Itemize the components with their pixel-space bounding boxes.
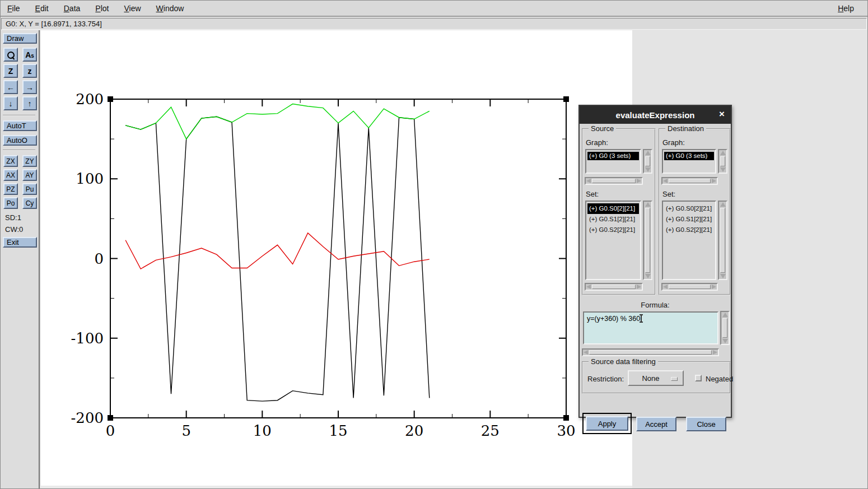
scroll-thumb[interactable]: [669, 285, 711, 289]
po-button[interactable]: Po: [3, 197, 18, 209]
x-tick-label: 0: [106, 422, 115, 439]
source-graph-item-0[interactable]: (+) G0 (3 sets): [587, 152, 639, 160]
evaluate-expression-dialog: evaluateExpression × Source Graph: (+) G…: [578, 105, 732, 418]
scroll-up-icon[interactable]: [720, 151, 726, 155]
scroll-thumb[interactable]: [645, 156, 650, 166]
draw-button[interactable]: Draw: [3, 33, 37, 44]
scroll-left-icon[interactable]: [586, 179, 591, 183]
scroll-down-icon[interactable]: [722, 339, 728, 343]
destination-set-item-1[interactable]: (+) G0.S1[2][21]: [664, 214, 714, 225]
autoscale-text-icon: A: [25, 50, 31, 59]
scroll-down-icon[interactable]: [720, 167, 726, 172]
scroll-left-icon[interactable]: [586, 285, 591, 289]
scroll-left-icon[interactable]: [663, 285, 668, 289]
menu-file[interactable]: File: [7, 4, 20, 13]
y-tick-label: -200: [71, 409, 104, 426]
exit-button[interactable]: Exit: [3, 237, 37, 248]
plot-canvas[interactable]: 051015202530-200-1000100200: [41, 30, 632, 486]
scroll-right-icon[interactable]: [637, 179, 641, 183]
zoom-select-button[interactable]: [3, 48, 18, 62]
source-set-item-0[interactable]: (+) G0.S0[2][21]: [587, 203, 639, 214]
menu-edit[interactable]: Edit: [35, 4, 49, 13]
destination-set-hscrollbar[interactable]: [661, 283, 718, 291]
source-graph-hscrollbar[interactable]: [585, 177, 643, 185]
scroll-right-icon[interactable]: [712, 179, 716, 183]
destination-set-item-2[interactable]: (+) G0.S2[2][21]: [664, 225, 714, 235]
scroll-thumb[interactable]: [592, 179, 636, 183]
negated-checkbox[interactable]: [695, 375, 702, 381]
menu-help[interactable]: Help: [838, 4, 854, 13]
source-graph-vscrollbar[interactable]: [643, 149, 652, 174]
dialog-title-bar[interactable]: evaluateExpression ×: [580, 106, 731, 124]
scroll-left-icon[interactable]: [663, 179, 668, 183]
scroll-up-icon[interactable]: [722, 313, 728, 317]
menu-plot[interactable]: Plot: [95, 4, 109, 13]
toolbar-separator-2: [3, 150, 35, 151]
autoscale-text-button[interactable]: As: [22, 48, 37, 62]
close-icon[interactable]: ×: [719, 109, 725, 120]
source-set-item-1[interactable]: (+) G0.S1[2][21]: [587, 214, 639, 225]
zoom-out-button[interactable]: z: [22, 64, 37, 78]
cy-button[interactable]: Cy: [22, 197, 37, 209]
destination-set-item-0[interactable]: (+) G0.S0[2][21]: [664, 203, 714, 214]
menu-window[interactable]: Window: [156, 4, 184, 13]
scroll-thumb[interactable]: [720, 156, 725, 166]
destination-graph-hscrollbar[interactable]: [661, 177, 718, 185]
scroll-thumb[interactable]: [722, 318, 727, 338]
menu-data[interactable]: Data: [64, 4, 81, 13]
scroll-thumb[interactable]: [592, 285, 636, 289]
pz-button[interactable]: PZ: [3, 183, 18, 195]
source-set-item-2[interactable]: (+) G0.S2[2][21]: [587, 225, 639, 235]
pan-down-button[interactable]: ↓: [3, 96, 18, 110]
apply-button[interactable]: Apply: [586, 416, 628, 431]
scroll-down-icon[interactable]: [645, 274, 651, 278]
restriction-dropdown[interactable]: None: [628, 370, 684, 386]
close-button[interactable]: Close: [686, 417, 726, 431]
application-window: FileEditDataPlotViewWindow Help G0: X, Y…: [0, 0, 868, 489]
pan-right-button[interactable]: →: [22, 80, 37, 94]
autot-button[interactable]: AutoT: [3, 120, 37, 131]
scroll-thumb[interactable]: [720, 208, 725, 273]
scroll-up-icon[interactable]: [720, 202, 726, 207]
scroll-up-icon[interactable]: [645, 202, 651, 207]
scroll-thumb[interactable]: [589, 350, 712, 355]
formula-vscrollbar[interactable]: [720, 311, 730, 345]
scroll-right-icon[interactable]: [713, 350, 717, 355]
magnifier-icon: [7, 52, 14, 58]
destination-graph-vscrollbar[interactable]: [718, 149, 727, 174]
source-set-hscrollbar[interactable]: [585, 283, 643, 291]
source-set-list[interactable]: (+) G0.S0[2][21](+) G0.S1[2][21](+) G0.S…: [585, 201, 641, 280]
scroll-right-icon[interactable]: [637, 285, 641, 289]
pan-left-button[interactable]: ←: [3, 80, 18, 94]
x-tick-label: 15: [329, 422, 347, 439]
destination-set-vscrollbar[interactable]: [718, 201, 727, 280]
scroll-up-icon[interactable]: [645, 151, 651, 155]
formula-input[interactable]: y=(y+360) % 360: [583, 311, 718, 344]
zy-button[interactable]: ZY: [22, 155, 37, 167]
scroll-right-icon[interactable]: [712, 285, 716, 289]
toolbar-pair-grid: ZXZYAXAYPZPuPoCy: [3, 155, 39, 209]
zoom-in-button[interactable]: Z: [3, 64, 18, 78]
zx-button[interactable]: ZX: [3, 155, 18, 167]
scroll-down-icon[interactable]: [720, 274, 726, 278]
ay-button[interactable]: AY: [22, 169, 37, 181]
scroll-down-icon[interactable]: [645, 167, 651, 172]
destination-graph-item-0[interactable]: (+) G0 (3 sets): [664, 152, 714, 160]
menu-view[interactable]: View: [124, 4, 141, 13]
pu-button[interactable]: Pu: [22, 183, 37, 195]
scroll-thumb[interactable]: [645, 208, 650, 273]
destination-set-list[interactable]: (+) G0.S0[2][21](+) G0.S1[2][21](+) G0.S…: [662, 201, 716, 280]
destination-graph-list[interactable]: (+) G0 (3 sets): [662, 149, 716, 174]
scroll-left-icon[interactable]: [584, 350, 588, 355]
toolbar-separator: [3, 115, 35, 116]
source-graph-list[interactable]: (+) G0 (3 sets): [585, 149, 641, 174]
status-bar: G0: X, Y = [16.8971, 133.754]: [1, 18, 867, 30]
pan-up-button[interactable]: ↑: [22, 96, 37, 110]
autoo-button[interactable]: AutoO: [3, 135, 37, 146]
negated-label: Negated: [706, 375, 733, 383]
formula-hscrollbar[interactable]: [582, 348, 719, 356]
source-set-vscrollbar[interactable]: [643, 201, 652, 280]
scroll-thumb[interactable]: [669, 179, 711, 183]
accept-button[interactable]: Accept: [636, 417, 676, 431]
ax-button[interactable]: AX: [3, 169, 18, 181]
